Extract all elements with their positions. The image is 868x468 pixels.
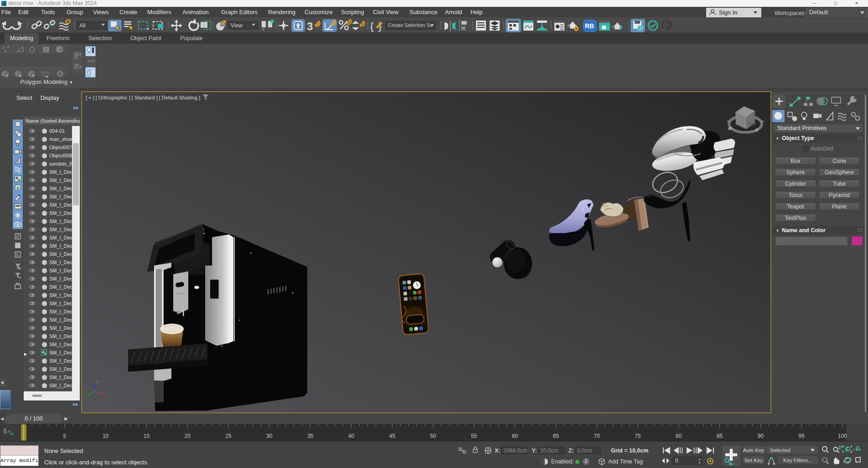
svg-text:65: 65: [553, 433, 559, 439]
svg-text:All: All: [79, 22, 85, 29]
svg-text:30: 30: [266, 433, 273, 439]
svg-text:45: 45: [389, 433, 396, 439]
svg-text:40: 40: [348, 433, 355, 439]
svg-text:90: 90: [758, 433, 764, 439]
svg-text:85: 85: [717, 433, 723, 439]
svg-text:55: 55: [471, 433, 477, 439]
svg-text:50: 50: [430, 433, 436, 439]
svg-text:{: {: [370, 21, 373, 32]
svg-text:35: 35: [307, 433, 314, 439]
svg-text:15: 15: [144, 433, 150, 439]
svg-text:View: View: [231, 22, 243, 29]
svg-text:x: x: [105, 393, 108, 398]
svg-text:100: 100: [838, 433, 847, 439]
svg-text:75: 75: [635, 433, 641, 439]
svg-text:25: 25: [225, 433, 232, 439]
svg-text:5: 5: [63, 433, 66, 439]
svg-text:60: 60: [512, 433, 518, 439]
svg-text:3: 3: [307, 20, 313, 32]
svg-text:y: y: [84, 390, 86, 394]
svg-text:RB: RB: [585, 22, 594, 30]
svg-text:[ + ] [ Orthographic ] [ Stand: [ + ] [ Orthographic ] [ Standard ] [ De…: [86, 95, 200, 100]
svg-text:20: 20: [185, 433, 191, 439]
svg-text:95: 95: [799, 433, 805, 439]
svg-text:Create Selection Se: Create Selection Se: [388, 22, 433, 28]
svg-text:Sign In: Sign In: [719, 9, 737, 16]
svg-text:z: z: [97, 380, 99, 384]
svg-text:80: 80: [676, 433, 682, 439]
svg-text:70: 70: [594, 433, 600, 439]
svg-text:10: 10: [103, 433, 109, 439]
